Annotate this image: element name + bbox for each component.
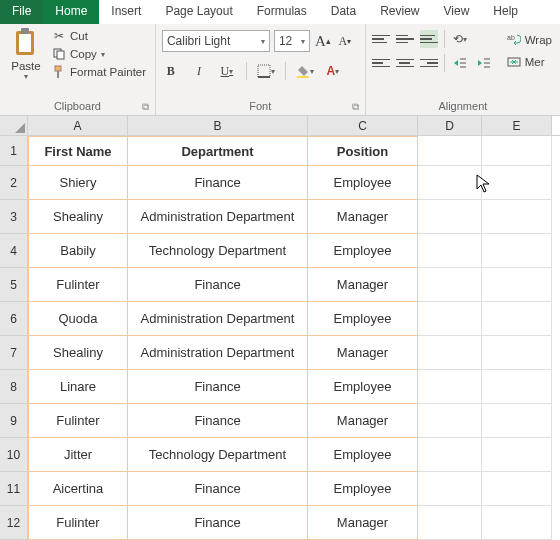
cell[interactable] [418, 136, 482, 166]
col-header-e[interactable]: E [482, 116, 552, 135]
cell[interactable]: Jitter [28, 438, 128, 472]
font-size-select[interactable]: 12▾ [274, 30, 310, 52]
cell[interactable]: Fulinter [28, 506, 128, 540]
cell[interactable]: Manager [308, 506, 418, 540]
cell[interactable] [418, 336, 482, 370]
cell[interactable]: Administration Department [128, 302, 308, 336]
cell[interactable] [482, 438, 552, 472]
cell[interactable] [418, 404, 482, 438]
cell[interactable]: Finance [128, 404, 308, 438]
align-top-button[interactable] [372, 30, 390, 48]
cell[interactable]: Technology Department [128, 234, 308, 268]
cell[interactable]: Fulinter [28, 268, 128, 302]
tab-insert[interactable]: Insert [99, 0, 153, 24]
cell[interactable]: Babily [28, 234, 128, 268]
row-header[interactable]: 3 [0, 200, 28, 234]
row-header[interactable]: 11 [0, 472, 28, 506]
cell[interactable]: Manager [308, 404, 418, 438]
tab-view[interactable]: View [432, 0, 482, 24]
row-header[interactable]: 6 [0, 302, 28, 336]
row-header[interactable]: 10 [0, 438, 28, 472]
fill-color-button[interactable]: ▾ [296, 62, 314, 80]
cell[interactable]: Shealiny [28, 336, 128, 370]
cell[interactable]: First Name [28, 136, 128, 166]
border-button[interactable]: ▾ [257, 62, 275, 80]
tab-file[interactable]: File [0, 0, 43, 24]
align-left-button[interactable] [372, 54, 390, 72]
cell[interactable]: Manager [308, 336, 418, 370]
italic-button[interactable]: I [190, 62, 208, 80]
row-header[interactable]: 4 [0, 234, 28, 268]
align-right-button[interactable] [420, 54, 438, 72]
cell[interactable] [482, 336, 552, 370]
cell[interactable]: Employee [308, 234, 418, 268]
tab-page-layout[interactable]: Page Layout [153, 0, 244, 24]
align-bottom-button[interactable] [420, 30, 438, 48]
dialog-launcher-icon[interactable]: ⧉ [142, 101, 149, 113]
cell[interactable]: Department [128, 136, 308, 166]
cell[interactable]: Employee [308, 166, 418, 200]
paste-button[interactable]: Paste ▾ [6, 26, 46, 81]
wrap-text-button[interactable]: abWrap [505, 32, 554, 48]
tab-data[interactable]: Data [319, 0, 368, 24]
cell[interactable] [482, 200, 552, 234]
cell[interactable]: Finance [128, 370, 308, 404]
col-header-a[interactable]: A [28, 116, 128, 135]
cell[interactable]: Administration Department [128, 200, 308, 234]
cell[interactable] [418, 302, 482, 336]
row-header[interactable]: 9 [0, 404, 28, 438]
cell[interactable] [482, 472, 552, 506]
cell[interactable]: Finance [128, 506, 308, 540]
cell[interactable] [418, 166, 482, 200]
format-painter-button[interactable]: Format Painter [50, 64, 148, 80]
align-middle-button[interactable] [396, 30, 414, 48]
cell[interactable]: Fulinter [28, 404, 128, 438]
cell[interactable]: Employee [308, 302, 418, 336]
cell[interactable] [418, 234, 482, 268]
cell[interactable] [482, 268, 552, 302]
cell[interactable] [418, 506, 482, 540]
cell[interactable]: Administration Department [128, 336, 308, 370]
cell[interactable] [418, 472, 482, 506]
row-header[interactable]: 8 [0, 370, 28, 404]
cell[interactable]: Finance [128, 166, 308, 200]
row-header[interactable]: 7 [0, 336, 28, 370]
cell[interactable] [482, 166, 552, 200]
cell[interactable] [418, 268, 482, 302]
cut-button[interactable]: ✂Cut [50, 28, 148, 44]
cell[interactable]: Finance [128, 268, 308, 302]
increase-font-button[interactable]: A▴ [314, 32, 332, 50]
cell[interactable] [482, 136, 552, 166]
select-all-corner[interactable] [0, 116, 28, 135]
cell[interactable]: Linare [28, 370, 128, 404]
tab-review[interactable]: Review [368, 0, 431, 24]
cell[interactable]: Manager [308, 268, 418, 302]
increase-indent-button[interactable] [475, 54, 493, 72]
col-header-b[interactable]: B [128, 116, 308, 135]
cell[interactable]: Employee [308, 438, 418, 472]
tab-formulas[interactable]: Formulas [245, 0, 319, 24]
cell[interactable] [418, 370, 482, 404]
bold-button[interactable]: B [162, 62, 180, 80]
col-header-d[interactable]: D [418, 116, 482, 135]
orientation-button[interactable]: ⟲▾ [451, 30, 469, 48]
cell[interactable]: Employee [308, 472, 418, 506]
cell[interactable]: Quoda [28, 302, 128, 336]
cell[interactable] [418, 200, 482, 234]
row-header[interactable]: 5 [0, 268, 28, 302]
cell[interactable] [482, 370, 552, 404]
cell[interactable]: Aicertina [28, 472, 128, 506]
cell[interactable]: Position [308, 136, 418, 166]
copy-button[interactable]: Copy▾ [50, 46, 148, 62]
cell[interactable]: Employee [308, 370, 418, 404]
font-color-button[interactable]: A▾ [324, 62, 342, 80]
font-name-select[interactable]: Calibri Light▾ [162, 30, 270, 52]
align-center-button[interactable] [396, 54, 414, 72]
cell[interactable]: Technology Department [128, 438, 308, 472]
dialog-launcher-icon[interactable]: ⧉ [352, 101, 359, 113]
cell[interactable] [418, 438, 482, 472]
col-header-c[interactable]: C [308, 116, 418, 135]
cell[interactable] [482, 302, 552, 336]
tab-home[interactable]: Home [43, 0, 99, 24]
cell[interactable] [482, 404, 552, 438]
